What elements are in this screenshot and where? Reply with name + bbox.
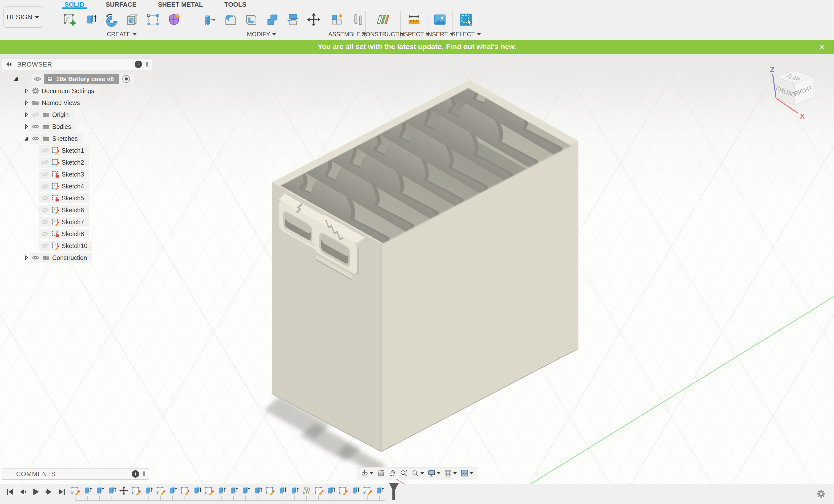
timeline-feature-sketch-23[interactable]: [338, 486, 348, 496]
browser-row-sketch4[interactable]: Sketch4: [2, 180, 152, 192]
browser-row-sketch10[interactable]: Sketch10: [2, 240, 152, 252]
nav-orbit[interactable]: [360, 469, 374, 477]
move-icon[interactable]: [306, 13, 321, 27]
timeline-feature-extrude-14[interactable]: [228, 486, 238, 496]
shell-icon[interactable]: [244, 13, 258, 27]
timeline-feature-sketch-6[interactable]: [131, 486, 141, 496]
tree-collapsed-icon[interactable]: [23, 88, 29, 94]
eye-hidden-icon[interactable]: [41, 146, 49, 155]
timeline-feature-extrude-9[interactable]: [168, 486, 178, 496]
add-comment-icon[interactable]: +: [132, 470, 139, 478]
eye-hidden-icon[interactable]: [41, 230, 49, 238]
browser-row-10s-battery-case-v8[interactable]: 10s Battery case v8: [2, 73, 152, 85]
browser-row-sketch5[interactable]: Sketch5: [2, 192, 152, 204]
create-form-icon[interactable]: [167, 13, 181, 27]
tree-expanded-icon[interactable]: [23, 135, 29, 142]
eye-hidden-icon[interactable]: [41, 170, 49, 179]
nav-zoom-window[interactable]: [411, 469, 424, 477]
browser-row-sketch1[interactable]: Sketch1: [2, 144, 152, 156]
tab-solid[interactable]: SOLID: [62, 0, 87, 9]
split-body-icon[interactable]: [286, 13, 300, 27]
timeline-feature-extrude-26[interactable]: [375, 486, 385, 496]
collapse-panel-icon[interactable]: [5, 61, 13, 68]
comments-grip-handle[interactable]: ‖: [142, 470, 146, 478]
play-button[interactable]: [31, 487, 40, 496]
new-component-icon[interactable]: [330, 13, 344, 27]
tree-collapsed-icon[interactable]: [23, 112, 29, 118]
browser-row-named-views[interactable]: Named Views: [2, 97, 152, 109]
timeline-feature-extrude-4[interactable]: [107, 486, 117, 496]
timeline-feature-extrude-18[interactable]: [277, 486, 287, 496]
insert-image-icon[interactable]: [433, 13, 447, 27]
nav-zoom[interactable]: [400, 469, 408, 477]
tree-collapsed-icon[interactable]: [23, 99, 29, 106]
tab-sheet-metal[interactable]: SHEET METAL: [155, 0, 206, 9]
viewcube[interactable]: Z X TOP FRONT RIGHT: [765, 64, 824, 121]
timeline-feature-extrude-16[interactable]: [253, 486, 263, 496]
timeline-feature-sketch-10[interactable]: [180, 486, 190, 496]
timeline-feature-move-5[interactable]: [119, 486, 129, 496]
eye-hidden-icon[interactable]: [41, 206, 49, 214]
nav-pan[interactable]: [389, 469, 396, 477]
eye-visible-icon[interactable]: [33, 75, 42, 83]
step-forward-button[interactable]: [44, 487, 53, 496]
eye-visible-icon[interactable]: [31, 134, 40, 143]
browser-header[interactable]: BROWSER – ‖: [2, 59, 152, 70]
create-sketch-icon[interactable]: [62, 13, 77, 27]
timeline-feature-sketch-25[interactable]: [363, 486, 372, 496]
eye-hidden-icon[interactable]: [41, 182, 49, 190]
browser-row-sketch6[interactable]: Sketch6: [2, 204, 152, 216]
extrude-icon[interactable]: [83, 13, 97, 27]
rectangular-pattern-icon[interactable]: [146, 13, 160, 27]
joint-icon[interactable]: [351, 13, 365, 27]
press-pull-icon[interactable]: [202, 13, 217, 27]
eye-visible-icon[interactable]: [31, 253, 40, 262]
eye-visible-icon[interactable]: [31, 122, 40, 131]
browser-row-origin[interactable]: Origin: [2, 109, 152, 121]
tree-collapsed-icon[interactable]: [23, 254, 29, 261]
tab-surface[interactable]: SURFACE: [103, 0, 139, 9]
chevron-down-icon[interactable]: [437, 472, 441, 475]
timeline-feature-sketch-17[interactable]: [265, 486, 275, 496]
chevron-down-icon[interactable]: [420, 472, 424, 475]
timeline-feature-extrude-22[interactable]: [326, 486, 336, 496]
toolbar-group-label-assemble[interactable]: ASSEMBLE: [328, 31, 366, 38]
toolbar-group-label-select[interactable]: SELECT: [452, 31, 481, 38]
chevron-down-icon[interactable]: [370, 472, 374, 475]
toolbar-group-label-modify[interactable]: MODIFY: [247, 31, 276, 38]
browser-display-mode-icon[interactable]: –: [135, 61, 142, 68]
revolve-icon[interactable]: [104, 13, 118, 27]
timeline-feature-plane-20[interactable]: [302, 486, 311, 496]
timeline-feature-extrude-3[interactable]: [95, 486, 105, 496]
tree-collapsed-icon[interactable]: [23, 123, 29, 130]
go-to-start-button[interactable]: [5, 487, 15, 496]
nav-look-at[interactable]: [377, 469, 385, 477]
toolbar-group-label-create[interactable]: CREATE: [107, 31, 137, 38]
toolbar-group-label-inspect[interactable]: INSPECT: [398, 31, 430, 38]
timeline-feature-extrude-13[interactable]: [216, 486, 226, 496]
combine-icon[interactable]: [265, 13, 279, 27]
measure-icon[interactable]: [407, 13, 421, 27]
browser-row-sketches[interactable]: Sketches: [2, 133, 152, 144]
tree-expanded-icon[interactable]: [13, 76, 19, 82]
timeline-feature-extrude-15[interactable]: [241, 486, 250, 496]
browser-row-sketch7[interactable]: Sketch7: [2, 216, 152, 228]
timeline-feature-extrude-24[interactable]: [350, 486, 360, 496]
timeline-feature-extrude-7[interactable]: [143, 486, 153, 496]
timeline-feature-sketch-8[interactable]: [155, 486, 166, 496]
construct-plane-icon[interactable]: [376, 13, 390, 27]
browser-row-sketch3[interactable]: Sketch3: [2, 168, 152, 180]
eye-hidden-icon[interactable]: [41, 242, 49, 250]
banner-whats-new-link[interactable]: Find out what's new.: [446, 43, 517, 51]
timeline-feature-extrude-2[interactable]: [83, 486, 92, 496]
browser-row-bodies[interactable]: Bodies: [2, 121, 152, 133]
banner-close-icon[interactable]: ×: [819, 42, 825, 53]
browser-grip-handle[interactable]: ‖: [146, 61, 149, 68]
timeline-playhead[interactable]: [388, 482, 400, 502]
timeline-feature-sketch-21[interactable]: [314, 486, 324, 496]
timeline-feature-sketch-12[interactable]: [204, 486, 214, 496]
hole-icon[interactable]: [125, 13, 139, 27]
eye-hidden-icon[interactable]: [41, 158, 49, 167]
go-to-end-button[interactable]: [57, 487, 66, 496]
fillet-icon[interactable]: [223, 13, 237, 27]
